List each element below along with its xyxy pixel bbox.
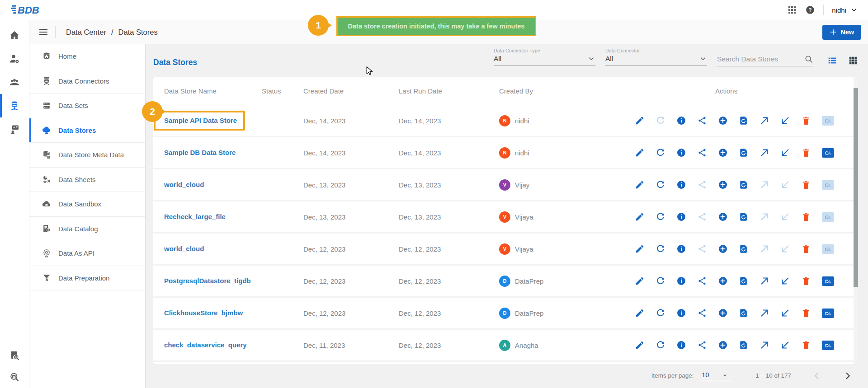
share-icon[interactable]	[697, 308, 707, 318]
restore-icon[interactable]	[739, 244, 749, 254]
info-icon[interactable]	[676, 340, 686, 350]
import-icon[interactable]	[780, 244, 790, 254]
add-icon[interactable]	[718, 308, 728, 318]
search-icon[interactable]	[804, 55, 813, 64]
rail-user-settings-icon[interactable]	[0, 53, 29, 64]
export-icon[interactable]	[760, 276, 769, 286]
delete-icon[interactable]	[801, 148, 811, 158]
restore-icon[interactable]	[739, 276, 749, 286]
export-icon[interactable]	[760, 180, 769, 190]
hamburger-menu-icon[interactable]	[38, 27, 49, 37]
edit-icon[interactable]	[635, 340, 645, 350]
items-per-page-select[interactable]: 10	[701, 370, 731, 381]
metrics-icon[interactable]	[822, 116, 834, 126]
help-icon[interactable]: ?	[805, 5, 815, 15]
apps-grid-icon[interactable]	[787, 5, 797, 15]
restore-icon[interactable]	[739, 148, 749, 158]
grid-view-icon[interactable]	[848, 56, 858, 65]
refresh-icon[interactable]	[656, 116, 665, 126]
share-icon[interactable]	[697, 116, 707, 126]
refresh-icon[interactable]	[656, 340, 665, 350]
sidebar-item-data-catalog[interactable]: Data Catalog	[29, 217, 145, 242]
metrics-icon[interactable]	[822, 341, 834, 350]
delete-icon[interactable]	[801, 116, 811, 126]
delete-icon[interactable]	[801, 308, 811, 318]
sidebar-item-data-sets[interactable]: Data Sets	[29, 93, 145, 118]
add-icon[interactable]	[718, 212, 728, 222]
export-icon[interactable]	[760, 340, 769, 350]
share-icon[interactable]	[697, 148, 707, 158]
share-icon[interactable]	[697, 212, 707, 222]
add-icon[interactable]	[718, 148, 728, 158]
refresh-icon[interactable]	[656, 148, 665, 158]
data-store-name-link[interactable]: ClickhouseStore_bjmbw	[164, 309, 243, 317]
add-icon[interactable]	[718, 340, 728, 350]
import-icon[interactable]	[780, 308, 790, 318]
export-icon[interactable]	[760, 244, 769, 254]
delete-icon[interactable]	[801, 340, 811, 350]
data-store-name-link[interactable]: world_cloud	[164, 245, 204, 252]
add-icon[interactable]	[718, 180, 728, 190]
export-icon[interactable]	[760, 148, 769, 158]
data-store-name-link[interactable]: check_dataservice_query	[164, 341, 247, 349]
restore-icon[interactable]	[739, 116, 749, 126]
data-connector-type-select[interactable]: Data Connector Type All	[494, 48, 595, 66]
edit-icon[interactable]	[635, 308, 645, 318]
data-store-name-link[interactable]: world_cloud	[164, 181, 204, 188]
table-scrollbar[interactable]	[854, 77, 858, 365]
sidebar-item-data-preparation[interactable]: Data Preparation	[29, 266, 145, 291]
sidebar-item-data-sheets[interactable]: Data Sheets	[29, 168, 145, 192]
delete-icon[interactable]	[801, 180, 811, 190]
info-icon[interactable]	[676, 212, 686, 222]
delete-icon[interactable]	[801, 212, 811, 222]
data-store-name-link[interactable]: Sample API Data Store	[164, 117, 237, 124]
data-store-name-link[interactable]: PostgresqlDatastore_tigdb	[164, 277, 251, 285]
sidebar-item-data-as-api[interactable]: APIData As API	[29, 241, 145, 266]
info-icon[interactable]	[676, 276, 686, 286]
sidebar-item-data-sandbox[interactable]: Data Sandbox	[29, 192, 145, 217]
metrics-icon[interactable]	[822, 309, 834, 318]
metrics-icon[interactable]	[822, 148, 834, 158]
edit-icon[interactable]	[635, 276, 645, 286]
breadcrumb-data-stores[interactable]: Data Stores	[118, 28, 158, 37]
next-page-icon[interactable]	[843, 371, 853, 381]
refresh-icon[interactable]	[656, 212, 665, 222]
add-icon[interactable]	[718, 276, 728, 286]
add-icon[interactable]	[718, 116, 728, 126]
restore-icon[interactable]	[739, 212, 749, 222]
rail-catalog-search-icon[interactable]	[0, 350, 29, 361]
rail-home-icon[interactable]	[0, 30, 29, 41]
user-menu[interactable]: nidhi	[832, 6, 858, 14]
import-icon[interactable]	[780, 148, 790, 158]
list-view-icon[interactable]	[827, 56, 837, 65]
delete-icon[interactable]	[801, 276, 811, 286]
export-icon[interactable]	[760, 308, 769, 318]
import-icon[interactable]	[780, 212, 790, 222]
edit-icon[interactable]	[635, 148, 645, 158]
data-store-name-link[interactable]: Recheck_large_file	[164, 213, 226, 220]
sidebar-item-home[interactable]: Home	[29, 44, 145, 69]
rail-feedback-board-icon[interactable]	[0, 124, 29, 135]
sidebar-item-data-connectors[interactable]: Data Connectors	[29, 69, 145, 94]
restore-icon[interactable]	[739, 180, 749, 190]
sidebar-item-data-stores[interactable]: Data Stores	[29, 118, 145, 143]
info-icon[interactable]	[676, 116, 686, 126]
info-icon[interactable]	[676, 308, 686, 318]
search-input[interactable]	[717, 55, 804, 63]
import-icon[interactable]	[780, 116, 790, 126]
data-connector-select[interactable]: Data Connector All	[605, 48, 707, 66]
refresh-icon[interactable]	[656, 180, 665, 190]
import-icon[interactable]	[780, 276, 790, 286]
data-store-name-link[interactable]: Sample DB Data Store	[164, 149, 236, 156]
share-icon[interactable]	[697, 180, 707, 190]
rail-data-center-icon[interactable]	[0, 100, 29, 111]
export-icon[interactable]	[760, 212, 769, 222]
export-icon[interactable]	[760, 116, 769, 126]
metrics-icon[interactable]	[822, 180, 834, 190]
delete-icon[interactable]	[801, 244, 811, 254]
breadcrumb-data-center[interactable]: Data Center	[66, 28, 106, 37]
previous-page-icon[interactable]	[812, 371, 822, 381]
restore-icon[interactable]	[739, 340, 749, 350]
refresh-icon[interactable]	[656, 308, 665, 318]
metrics-icon[interactable]	[822, 212, 834, 222]
